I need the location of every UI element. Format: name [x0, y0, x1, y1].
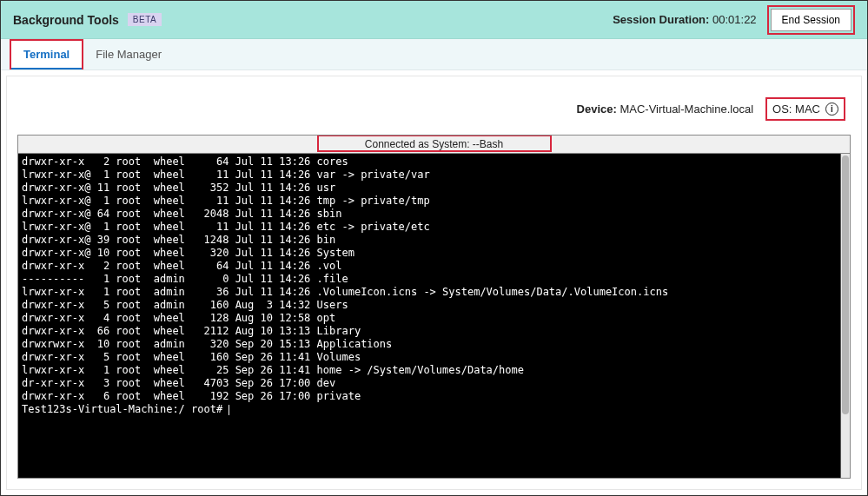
- tab-terminal[interactable]: Terminal: [11, 41, 82, 69]
- content-panel: Device: MAC-Virtual-Machine.local OS: MA…: [6, 76, 862, 490]
- app-title: Background Tools: [13, 13, 119, 27]
- device-name: MAC-Virtual-Machine.local: [620, 103, 753, 116]
- device-info-row: Device: MAC-Virtual-Machine.local OS: MA…: [17, 85, 851, 135]
- info-icon[interactable]: i: [825, 103, 838, 116]
- highlight-box: OS: MAC i: [765, 97, 845, 121]
- tab-file-manager[interactable]: File Manager: [83, 41, 174, 69]
- tab-bar: Terminal File Manager: [1, 39, 867, 70]
- terminal-status-bar: Connected as System: --Bash: [18, 136, 850, 154]
- cursor-icon: [229, 405, 229, 415]
- header-bar: Background Tools BETA Session Duration: …: [1, 1, 867, 39]
- scrollbar[interactable]: [840, 154, 850, 478]
- device-label: Device:: [577, 103, 617, 116]
- terminal-output[interactable]: drwxr-xr-x 2 root wheel 64 Jul 11 13:26 …: [18, 154, 840, 478]
- session-duration-value: 00:01:22: [712, 13, 757, 26]
- scrollbar-thumb[interactable]: [842, 155, 849, 414]
- os-label: OS:: [772, 103, 792, 116]
- end-session-button[interactable]: End Session: [771, 9, 851, 31]
- highlight-box: Terminal: [10, 39, 83, 69]
- terminal-status-text: Connected as System: --Bash: [365, 138, 503, 150]
- session-duration-label: Session Duration:: [613, 13, 709, 26]
- terminal-frame: Connected as System: --Bash drwxr-xr-x 2…: [17, 135, 851, 479]
- highlight-box: End Session: [767, 5, 855, 35]
- beta-badge: BETA: [128, 13, 162, 26]
- terminal-prompt[interactable]: Test123s-Virtual-Machine:/ root#: [22, 403, 229, 415]
- os-value: MAC: [795, 103, 820, 116]
